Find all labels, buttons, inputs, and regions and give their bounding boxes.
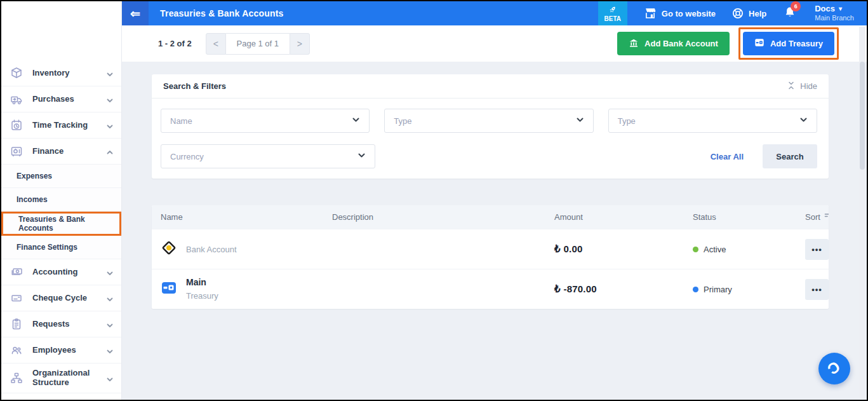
submenu-label: Expenses <box>17 172 52 180</box>
sidebar-item-label: Inventory <box>32 69 106 78</box>
bank-account-diamond-icon <box>161 240 177 259</box>
chevron-down-icon <box>106 320 114 328</box>
sidebar-item-finance[interactable]: Finance <box>1 139 121 165</box>
treasury-icon <box>161 280 177 299</box>
pagination: < Page 1 of 1 > <box>206 33 310 55</box>
add-treasury-label: Add Treasury <box>770 39 823 48</box>
table-row[interactable]: Main Treasury ₺ -870.00 Primary ••• <box>152 269 829 309</box>
scrollbar-track[interactable] <box>859 27 865 398</box>
list-toolbar: 1 - 2 of 2 < Page 1 of 1 > Add Bank Acco… <box>122 25 867 62</box>
notifications-button[interactable]: 6 <box>784 6 796 21</box>
go-to-website-link[interactable]: Go to website <box>644 8 716 19</box>
chevron-down-icon <box>106 69 114 77</box>
currency-filter-select[interactable]: Currency <box>161 144 375 168</box>
status-dot-primary <box>693 287 698 292</box>
add-treasury-button[interactable]: Add Treasury <box>743 32 834 55</box>
help-link[interactable]: Help <box>732 8 766 19</box>
sidebar: Inventory Purchases Time Tracking Financ… <box>1 1 122 400</box>
sidebar-subitem-expenses[interactable]: Expenses <box>1 165 121 188</box>
add-treasury-annotation-highlight: Add Treasury <box>738 27 839 60</box>
sidebar-subitem-finance-settings[interactable]: Finance Settings <box>1 236 121 259</box>
beta-badge[interactable]: BETA <box>598 1 627 25</box>
add-bank-account-button[interactable]: Add Bank Account <box>617 32 730 55</box>
chevron-down-icon <box>106 346 114 354</box>
type-filter-placeholder: Type <box>618 116 799 126</box>
inventory-box-icon <box>10 67 23 79</box>
chevron-down-icon <box>106 95 114 103</box>
sidebar-item-inventory[interactable]: Inventory <box>1 60 121 86</box>
add-bank-account-label: Add Bank Account <box>644 39 718 48</box>
sidebar-item-partial[interactable] <box>1 393 121 401</box>
sidebar-item-label: Cheque Cycle <box>32 294 106 303</box>
row-amount: ₺ 0.00 <box>545 243 684 255</box>
finance-safe-icon <box>10 145 23 158</box>
previous-page-button[interactable]: < <box>206 33 226 55</box>
purchases-truck-icon <box>10 93 23 105</box>
row-actions-button[interactable]: ••• <box>805 279 829 300</box>
name-filter-select[interactable]: Name <box>161 109 370 133</box>
status-dot-active <box>693 247 698 252</box>
brand-logo-icon: Ɔ <box>824 358 844 379</box>
sidebar-item-organizational-structure[interactable]: Organizational Structure <box>1 364 121 393</box>
page-title: Treasuries & Bank Accounts <box>160 8 284 18</box>
bank-icon <box>629 38 639 50</box>
type-filter-select-2[interactable]: Type <box>608 109 817 133</box>
sidebar-item-label: Purchases <box>32 95 106 104</box>
time-tracking-calendar-icon <box>10 119 23 132</box>
chevron-down-icon <box>106 268 114 276</box>
support-chat-fab[interactable]: Ɔ <box>818 353 850 384</box>
branch-name: Main Branch <box>815 14 854 23</box>
column-header-status[interactable]: Status <box>684 212 796 222</box>
row-type-label: Bank Account <box>186 245 237 254</box>
accounts-table: Name Description Amount Status Sort <box>152 205 829 309</box>
chevron-up-icon <box>106 147 114 155</box>
account-menu[interactable]: Docs ▾ Main Branch <box>815 4 854 23</box>
hide-filters-link[interactable]: Hide <box>787 81 817 92</box>
hide-label: Hide <box>800 81 817 91</box>
next-page-button[interactable]: > <box>290 33 310 55</box>
sidebar-item-accounting[interactable]: Accounting <box>1 259 121 285</box>
org-structure-icon <box>10 372 23 384</box>
sidebar-collapse-button[interactable]: ⇐ <box>122 1 149 25</box>
column-header-sort[interactable]: Sort <box>796 212 829 222</box>
submenu-label: Finance Settings <box>17 243 77 252</box>
name-filter-placeholder: Name <box>170 116 352 126</box>
search-button[interactable]: Search <box>763 144 817 168</box>
sidebar-item-purchases[interactable]: Purchases <box>1 86 121 112</box>
search-filters-header: Search & Filters Hide <box>152 74 829 99</box>
requests-clipboard-icon <box>10 318 23 330</box>
currency-symbol: ₺ <box>554 243 561 255</box>
column-header-amount[interactable]: Amount <box>545 212 684 222</box>
help-label: Help <box>749 9 766 18</box>
column-header-name[interactable]: Name <box>152 212 323 222</box>
table-row[interactable]: Bank Account ₺ 0.00 Active ••• <box>152 229 829 269</box>
sidebar-subitem-treasuries-bank-accounts[interactable]: Treasuries & Bank Accounts <box>1 212 121 236</box>
sidebar-top-spacer <box>1 1 121 60</box>
rocket-icon <box>608 5 617 15</box>
clear-all-link[interactable]: Clear All <box>711 152 744 161</box>
chevron-down-icon <box>106 374 114 382</box>
currency-filter-placeholder: Currency <box>170 152 357 161</box>
scrollbar-thumb[interactable] <box>860 62 865 170</box>
cheque-icon <box>10 292 23 304</box>
main-content: Search & Filters Hide Name Type Typ <box>122 62 867 400</box>
submenu-label: Incomes <box>17 195 48 204</box>
sidebar-item-time-tracking[interactable]: Time Tracking <box>1 112 121 139</box>
column-header-description[interactable]: Description <box>323 212 545 222</box>
chevron-down-icon <box>357 151 366 162</box>
sidebar-item-employees[interactable]: Employees <box>1 337 121 364</box>
currency-symbol: ₺ <box>554 283 561 295</box>
row-status: Primary <box>684 285 796 294</box>
life-ring-icon <box>732 8 744 19</box>
sidebar-item-label: Accounting <box>32 268 106 277</box>
sidebar-item-label: Requests <box>32 320 106 329</box>
row-actions-button[interactable]: ••• <box>805 239 829 260</box>
type-filter-select-1[interactable]: Type <box>384 109 593 133</box>
chevron-down-icon <box>799 115 808 126</box>
sidebar-item-requests[interactable]: Requests <box>1 311 121 337</box>
search-filters-card: Search & Filters Hide Name Type Typ <box>152 74 829 179</box>
chevron-down-icon <box>106 294 114 302</box>
sidebar-subitem-incomes[interactable]: Incomes <box>1 188 121 212</box>
sidebar-item-cheque-cycle[interactable]: Cheque Cycle <box>1 285 121 311</box>
sort-icon <box>824 212 829 222</box>
